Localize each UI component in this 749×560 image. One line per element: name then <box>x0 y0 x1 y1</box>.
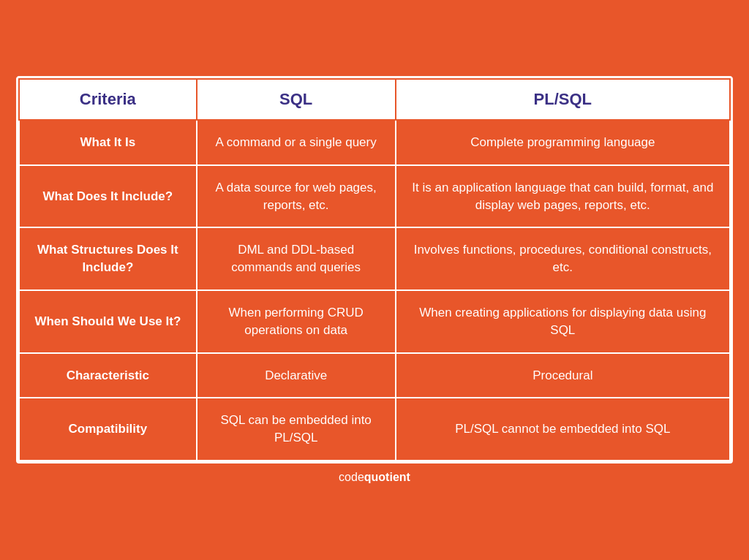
cell-criteria-2: What Structures Does It Include? <box>19 227 197 290</box>
cell-criteria-5: Compatibility <box>19 398 197 461</box>
table-row: What Structures Does It Include?DML and … <box>19 227 730 290</box>
cell-sql-1: A data source for web pages, reports, et… <box>197 165 396 228</box>
table-row: CharacteristicDeclarativeProcedural <box>19 353 730 398</box>
cell-plsql-3: When creating applications for displayin… <box>396 290 730 353</box>
cell-plsql-5: PL/SQL cannot be embedded into SQL <box>396 398 730 461</box>
cell-plsql-0: Complete programming language <box>396 120 730 165</box>
cell-sql-3: When performing CRUD operations on data <box>197 290 396 353</box>
cell-plsql-1: It is an application language that can b… <box>396 165 730 228</box>
table-row: What It IsA command or a single queryCom… <box>19 120 730 165</box>
header-criteria: Criteria <box>19 79 197 120</box>
footer-branding: codequotient <box>339 471 410 484</box>
cell-sql-0: A command or a single query <box>197 120 396 165</box>
header-sql: SQL <box>197 79 396 120</box>
comparison-table: Criteria SQL PL/SQL What It IsA command … <box>16 76 733 463</box>
footer-text-bold: quotient <box>364 471 410 483</box>
cell-sql-2: DML and DDL-based commands and queries <box>197 227 396 290</box>
cell-criteria-4: Characteristic <box>19 353 197 398</box>
header-plsql: PL/SQL <box>396 79 730 120</box>
cell-criteria-0: What It Is <box>19 120 197 165</box>
cell-plsql-4: Procedural <box>396 353 730 398</box>
table-row: When Should We Use It?When performing CR… <box>19 290 730 353</box>
table-row: CompatibilitySQL can be embedded into PL… <box>19 398 730 461</box>
cell-criteria-1: What Does It Include? <box>19 165 197 228</box>
cell-criteria-3: When Should We Use It? <box>19 290 197 353</box>
cell-plsql-2: Involves functions, procedures, conditio… <box>396 227 730 290</box>
cell-sql-4: Declarative <box>197 353 396 398</box>
table-row: What Does It Include?A data source for w… <box>19 165 730 228</box>
cell-sql-5: SQL can be embedded into PL/SQL <box>197 398 396 461</box>
footer-text-normal: code <box>339 471 364 483</box>
